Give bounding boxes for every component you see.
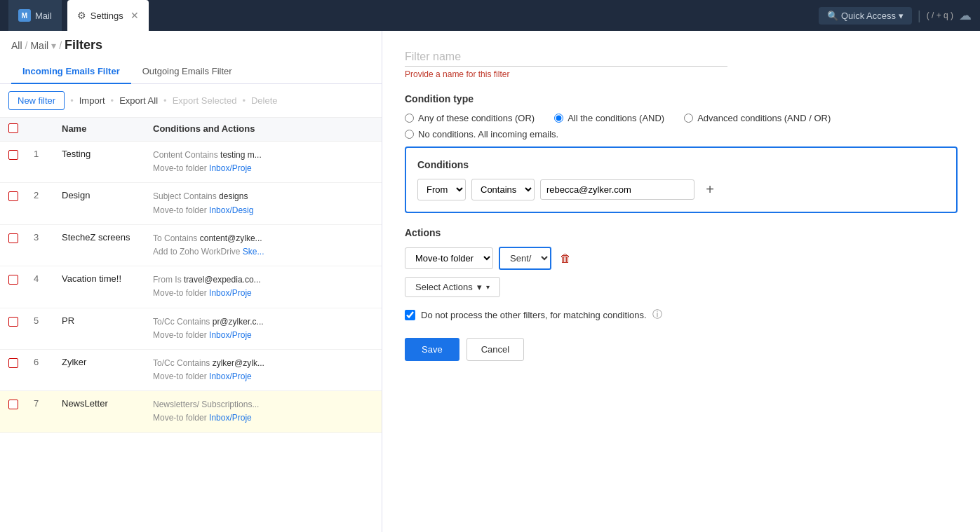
radio-any-input[interactable] bbox=[405, 114, 414, 123]
radio-all-input[interactable] bbox=[554, 114, 563, 123]
table-row[interactable]: 1 Testing Content Contains testing m... … bbox=[0, 142, 382, 183]
cloud-icon[interactable]: ☁ bbox=[959, 8, 972, 23]
radio-all-label: All the conditions (AND) bbox=[568, 113, 664, 123]
table-row[interactable]: 3 StecheZ screens To Contains content@zy… bbox=[0, 225, 382, 266]
select-actions-button[interactable]: Select Actions ▾ bbox=[405, 277, 500, 297]
folder-value-select[interactable]: Sent/ bbox=[499, 247, 551, 270]
save-button[interactable]: Save bbox=[405, 338, 459, 361]
quick-access-label: Quick Access bbox=[841, 11, 896, 21]
row-name: PR bbox=[62, 315, 153, 326]
toolbar: New filter • Import • Export All • Expor… bbox=[0, 84, 382, 118]
radio-any[interactable]: Any of these conditions (OR) bbox=[405, 113, 535, 123]
select-actions-label: Select Actions bbox=[415, 282, 473, 292]
move-to-folder-select[interactable]: Move-to folder bbox=[405, 247, 493, 269]
table-row[interactable]: 2 Design Subject Contains designs Move-t… bbox=[0, 183, 382, 224]
radio-no-conditions[interactable]: No conditions. All incoming emails. bbox=[405, 129, 958, 139]
bc-sep1: / bbox=[25, 40, 28, 51]
cancel-button[interactable]: Cancel bbox=[466, 338, 524, 361]
delete-button[interactable]: Delete bbox=[251, 95, 278, 106]
action-row-1: Move-to folder Sent/ 🗑 bbox=[405, 247, 958, 270]
contains-select[interactable]: Contains bbox=[471, 179, 535, 200]
row-conditions: To/Cc Contains pr@zylker.c... Move-to fo… bbox=[153, 315, 373, 342]
table-row[interactable]: 5 PR To/Cc Contains pr@zylker.c... Move-… bbox=[0, 308, 382, 350]
select-all-checkbox[interactable] bbox=[8, 123, 18, 133]
row-checkbox[interactable] bbox=[8, 191, 18, 201]
add-condition-button[interactable]: + bbox=[700, 180, 720, 200]
conditions-title: Conditions bbox=[417, 159, 945, 170]
separator: | bbox=[918, 8, 921, 23]
radio-advanced[interactable]: Advanced conditions (AND / OR) bbox=[684, 113, 831, 123]
radio-advanced-input[interactable] bbox=[684, 114, 693, 123]
actions-title: Actions bbox=[405, 227, 958, 238]
condition-type-title: Condition type bbox=[405, 93, 958, 104]
radio-any-label: Any of these conditions (OR) bbox=[418, 113, 535, 123]
close-icon[interactable]: ✕ bbox=[130, 10, 139, 21]
row-checkbox[interactable] bbox=[8, 150, 18, 160]
do-not-process-label: Do not process the other filters, for ma… bbox=[421, 310, 647, 320]
th-checkbox bbox=[8, 123, 34, 135]
row-checkbox[interactable] bbox=[8, 275, 18, 285]
chevron-down-icon: ▾ bbox=[899, 11, 904, 21]
settings-tab-label: Settings bbox=[90, 11, 123, 21]
row-num: 1 bbox=[34, 149, 62, 159]
topbar-right: 🔍 Quick Access ▾ | ( / + q ) ☁ bbox=[819, 7, 972, 25]
gear-icon: ⚙ bbox=[77, 10, 86, 21]
bc-sep3: / bbox=[59, 40, 62, 51]
row-conditions: Subject Contains designs Move-to folder … bbox=[153, 190, 373, 217]
row-name: Vacation time!! bbox=[62, 273, 153, 284]
condition-value-input[interactable] bbox=[540, 179, 694, 200]
quick-access-shortcut: ( / + q ) bbox=[927, 11, 953, 20]
filter-list: 1 Testing Content Contains testing m... … bbox=[0, 142, 382, 532]
right-panel: Provide a name for this filter Condition… bbox=[382, 31, 980, 532]
table-row[interactable]: 4 Vacation time!! From Is travel@expedia… bbox=[0, 266, 382, 308]
row-checkbox[interactable] bbox=[8, 317, 18, 327]
table-header: Name Conditions and Actions bbox=[0, 118, 382, 142]
table-row[interactable]: 6 Zylker To/Cc Contains zylker@zylk... M… bbox=[0, 350, 382, 391]
delete-action-button[interactable]: 🗑 bbox=[557, 250, 574, 268]
quick-access-dropdown[interactable]: 🔍 Quick Access ▾ bbox=[819, 7, 912, 25]
row-conditions: To Contains content@zylke... Add to Zoho… bbox=[153, 232, 373, 259]
chevron-down-icon: ▾ bbox=[477, 282, 482, 292]
table-row[interactable]: 7 NewsLetter Newsletters/ Subscriptions.… bbox=[0, 391, 382, 432]
info-icon[interactable]: ⓘ bbox=[652, 308, 662, 321]
tab-incoming[interactable]: Incoming Emails Filter bbox=[11, 60, 131, 84]
row-checkbox-wrap bbox=[8, 190, 34, 203]
radio-advanced-label: Advanced conditions (AND / OR) bbox=[697, 113, 831, 123]
row-name: Zylker bbox=[62, 357, 153, 367]
new-filter-button[interactable]: New filter bbox=[8, 91, 65, 110]
row-num: 3 bbox=[34, 232, 62, 243]
do-not-process-checkbox[interactable] bbox=[405, 310, 415, 320]
radio-no-cond-input[interactable] bbox=[405, 130, 414, 139]
topbar: M Mail ⚙ Settings ✕ 🔍 Quick Access ▾ | (… bbox=[0, 0, 980, 31]
tab-mail[interactable]: M Mail bbox=[8, 0, 62, 31]
bc-mail[interactable]: Mail bbox=[30, 40, 48, 51]
row-checkbox[interactable] bbox=[8, 358, 18, 368]
th-conditions: Conditions and Actions bbox=[153, 123, 373, 135]
mail-icon: M bbox=[18, 9, 31, 22]
filter-name-error: Provide a name for this filter bbox=[405, 69, 958, 79]
filter-name-input[interactable] bbox=[405, 48, 727, 67]
export-all-button[interactable]: Export All bbox=[119, 95, 158, 106]
export-selected-button[interactable]: Export Selected bbox=[173, 95, 237, 106]
radio-no-cond-label: No conditions. All incoming emails. bbox=[418, 129, 558, 139]
row-num: 5 bbox=[34, 315, 62, 326]
row-conditions: From Is travel@expedia.co... Move-to fol… bbox=[153, 273, 373, 300]
breadcrumb: All / Mail ▾ / Filters bbox=[0, 31, 382, 60]
row-num: 6 bbox=[34, 357, 62, 367]
from-select[interactable]: From bbox=[417, 179, 466, 200]
radio-all[interactable]: All the conditions (AND) bbox=[554, 113, 664, 123]
import-button[interactable]: Import bbox=[79, 95, 105, 106]
row-num: 7 bbox=[34, 398, 62, 409]
row-checkbox[interactable] bbox=[8, 400, 18, 409]
bc-all[interactable]: All bbox=[11, 40, 22, 51]
row-num: 2 bbox=[34, 190, 62, 200]
conditions-box: Conditions From Contains + bbox=[405, 146, 958, 213]
filter-tabs: Incoming Emails Filter Outgoing Emails F… bbox=[0, 60, 382, 84]
tab-settings[interactable]: ⚙ Settings ✕ bbox=[67, 0, 149, 31]
row-checkbox-wrap bbox=[8, 273, 34, 287]
actions-section: Move-to folder Sent/ 🗑 Select Actions ▾ bbox=[405, 247, 958, 297]
row-checkbox-wrap bbox=[8, 315, 34, 329]
main-layout: All / Mail ▾ / Filters Incoming Emails F… bbox=[0, 31, 980, 532]
row-checkbox[interactable] bbox=[8, 233, 18, 243]
tab-outgoing[interactable]: Outgoing Emails Filter bbox=[131, 60, 243, 84]
